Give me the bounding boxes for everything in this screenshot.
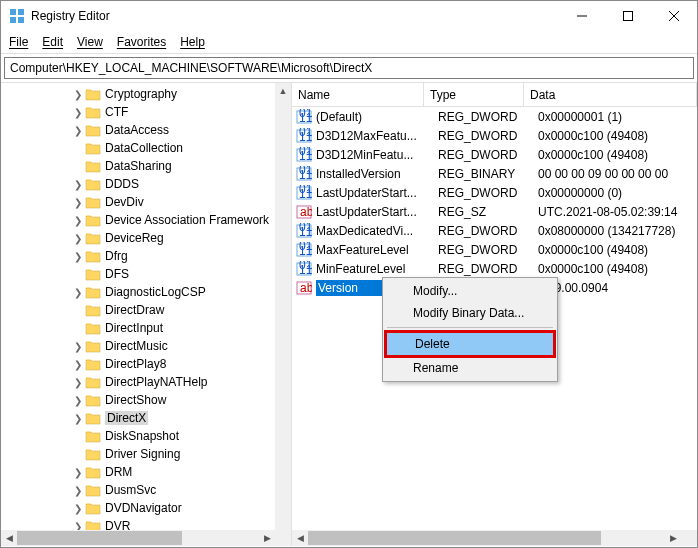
tree-item-label: CTF — [105, 105, 128, 119]
svg-text:110: 110 — [299, 149, 312, 163]
chevron-right-icon[interactable]: ❯ — [71, 377, 85, 388]
chevron-right-icon[interactable]: ❯ — [71, 287, 85, 298]
chevron-right-icon[interactable]: ❯ — [71, 107, 85, 118]
list-scrollbar-horizontal[interactable]: ◀ ▶ — [292, 530, 681, 546]
tree-item-dataaccess[interactable]: ❯DataAccess — [1, 121, 291, 139]
scroll-up-icon[interactable]: ▲ — [275, 83, 291, 99]
tree-item-cryptography[interactable]: ❯Cryptography — [1, 85, 291, 103]
chevron-right-icon[interactable]: ❯ — [71, 359, 85, 370]
tree-item-label: DDDS — [105, 177, 139, 191]
tree-item-disksnapshot[interactable]: DiskSnapshot — [1, 427, 291, 445]
menu-view[interactable]: View — [77, 35, 103, 49]
chevron-right-icon[interactable]: ❯ — [71, 215, 85, 226]
tree-item-datasharing[interactable]: DataSharing — [1, 157, 291, 175]
value-row[interactable]: 011110MaxFeatureLevelREG_DWORD0x0000c100… — [292, 240, 697, 259]
tree-item-datacollection[interactable]: DataCollection — [1, 139, 291, 157]
chevron-right-icon[interactable]: ❯ — [71, 197, 85, 208]
tree-item-drm[interactable]: ❯DRM — [1, 463, 291, 481]
tree-item-ctf[interactable]: ❯CTF — [1, 103, 291, 121]
scroll-right-icon[interactable]: ▶ — [259, 530, 275, 546]
chevron-right-icon[interactable]: ❯ — [71, 341, 85, 352]
tree-item-label: DataCollection — [105, 141, 183, 155]
value-data: 0x08000000 (134217728) — [538, 224, 697, 238]
minimize-button[interactable] — [559, 1, 605, 31]
tree-item-directshow[interactable]: ❯DirectShow — [1, 391, 291, 409]
context-delete[interactable]: Delete — [384, 330, 556, 358]
context-rename[interactable]: Rename — [385, 357, 555, 379]
value-name: MaxFeatureLevel — [316, 243, 438, 257]
tree-item-directplay8[interactable]: ❯DirectPlay8 — [1, 355, 291, 373]
value-data: 4.09.00.0904 — [538, 281, 697, 295]
column-header-data[interactable]: Data — [524, 83, 697, 106]
tree-item-label: DVDNavigator — [105, 501, 182, 515]
tree-item-label: DirectDraw — [105, 303, 164, 317]
value-row[interactable]: 011110MaxDedicatedVi...REG_DWORD0x080000… — [292, 221, 697, 240]
value-data: 0x0000c100 (49408) — [538, 243, 697, 257]
value-type: REG_DWORD — [438, 148, 538, 162]
chevron-right-icon[interactable]: ❯ — [71, 485, 85, 496]
close-button[interactable] — [651, 1, 697, 31]
menu-edit[interactable]: Edit — [42, 35, 63, 49]
tree-scrollbar-vertical[interactable]: ▲ — [275, 83, 291, 530]
tree-item-directx[interactable]: ❯DirectX — [1, 409, 291, 427]
list-header: Name Type Data — [292, 83, 697, 107]
tree-item-dvr[interactable]: ❯DVR — [1, 517, 291, 531]
tree-item-driver-signing[interactable]: Driver Signing — [1, 445, 291, 463]
tree-item-label: DirectX — [105, 411, 148, 425]
tree-item-devicereg[interactable]: ❯DeviceReg — [1, 229, 291, 247]
chevron-right-icon[interactable]: ❯ — [71, 251, 85, 262]
tree-item-label: DRM — [105, 465, 132, 479]
value-row[interactable]: abLastUpdaterStart...REG_SZUTC.2021-08-0… — [292, 202, 697, 221]
value-row[interactable]: 011110(Default)REG_DWORD0x00000001 (1) — [292, 107, 697, 126]
svg-rect-5 — [624, 12, 633, 21]
chevron-right-icon[interactable]: ❯ — [71, 125, 85, 136]
address-input[interactable] — [4, 57, 694, 79]
tree-item-device-association-framework[interactable]: ❯Device Association Framework — [1, 211, 291, 229]
maximize-button[interactable] — [605, 1, 651, 31]
scroll-left-icon[interactable]: ◀ — [1, 530, 17, 546]
menu-bar: File Edit View Favorites Help — [1, 31, 697, 54]
value-row[interactable]: 011110MinFeatureLevelREG_DWORD0x0000c100… — [292, 259, 697, 278]
scroll-right-icon[interactable]: ▶ — [665, 530, 681, 546]
value-row[interactable]: 011110LastUpdaterStart...REG_DWORD0x0000… — [292, 183, 697, 202]
context-modify-binary[interactable]: Modify Binary Data... — [385, 302, 555, 324]
value-row[interactable]: 011110D3D12MaxFeatu...REG_DWORD0x0000c10… — [292, 126, 697, 145]
scroll-left-icon[interactable]: ◀ — [292, 530, 308, 546]
context-modify[interactable]: Modify... — [385, 280, 555, 302]
value-type: REG_DWORD — [438, 129, 538, 143]
menu-favorites[interactable]: Favorites — [117, 35, 166, 49]
chevron-right-icon[interactable]: ❯ — [71, 233, 85, 244]
column-header-type[interactable]: Type — [424, 83, 524, 106]
tree-item-dusmsvc[interactable]: ❯DusmSvc — [1, 481, 291, 499]
value-type: REG_DWORD — [438, 243, 538, 257]
tree-item-dfrg[interactable]: ❯Dfrg — [1, 247, 291, 265]
tree-item-devdiv[interactable]: ❯DevDiv — [1, 193, 291, 211]
value-row[interactable]: 011110D3D12MinFeatu...REG_DWORD0x0000c10… — [292, 145, 697, 164]
value-type: REG_DWORD — [438, 110, 538, 124]
tree-item-directinput[interactable]: DirectInput — [1, 319, 291, 337]
chevron-right-icon[interactable]: ❯ — [71, 503, 85, 514]
tree-item-ddds[interactable]: ❯DDDS — [1, 175, 291, 193]
menu-file[interactable]: File — [9, 35, 28, 49]
chevron-right-icon[interactable]: ❯ — [71, 395, 85, 406]
tree-item-dvdnavigator[interactable]: ❯DVDNavigator — [1, 499, 291, 517]
svg-text:110: 110 — [299, 168, 312, 182]
chevron-right-icon[interactable]: ❯ — [71, 179, 85, 190]
tree-item-directplaynathelp[interactable]: ❯DirectPlayNATHelp — [1, 373, 291, 391]
svg-rect-0 — [10, 9, 16, 15]
value-row[interactable]: 011110InstalledVersionREG_BINARY00 00 00… — [292, 164, 697, 183]
tree-item-directmusic[interactable]: ❯DirectMusic — [1, 337, 291, 355]
value-name: (Default) — [316, 110, 438, 124]
tree-scrollbar-horizontal[interactable]: ◀ ▶ — [1, 530, 275, 546]
tree-item-directdraw[interactable]: DirectDraw — [1, 301, 291, 319]
tree-item-dfs[interactable]: DFS — [1, 265, 291, 283]
chevron-right-icon[interactable]: ❯ — [71, 467, 85, 478]
chevron-right-icon[interactable]: ❯ — [71, 89, 85, 100]
tree-item-diagnosticlogcsp[interactable]: ❯DiagnosticLogCSP — [1, 283, 291, 301]
chevron-right-icon[interactable]: ❯ — [71, 413, 85, 424]
context-separator — [387, 327, 553, 328]
column-header-name[interactable]: Name — [292, 83, 424, 106]
value-data: 0x00000000 (0) — [538, 186, 697, 200]
svg-text:110: 110 — [299, 263, 312, 277]
menu-help[interactable]: Help — [180, 35, 205, 49]
